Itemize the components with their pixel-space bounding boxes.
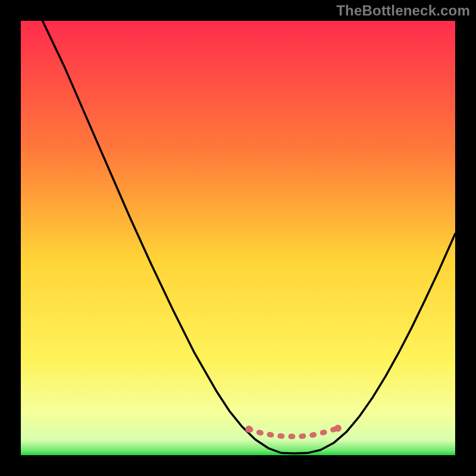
valley-accent-end-dot <box>334 425 342 432</box>
chart-svg <box>21 21 455 455</box>
canvas: TheBottleneck.com <box>0 0 476 476</box>
valley-accent-start-dot <box>245 425 252 433</box>
gradient-background <box>21 21 455 455</box>
plot-area <box>21 21 455 455</box>
watermark-text: TheBottleneck.com <box>336 2 470 19</box>
